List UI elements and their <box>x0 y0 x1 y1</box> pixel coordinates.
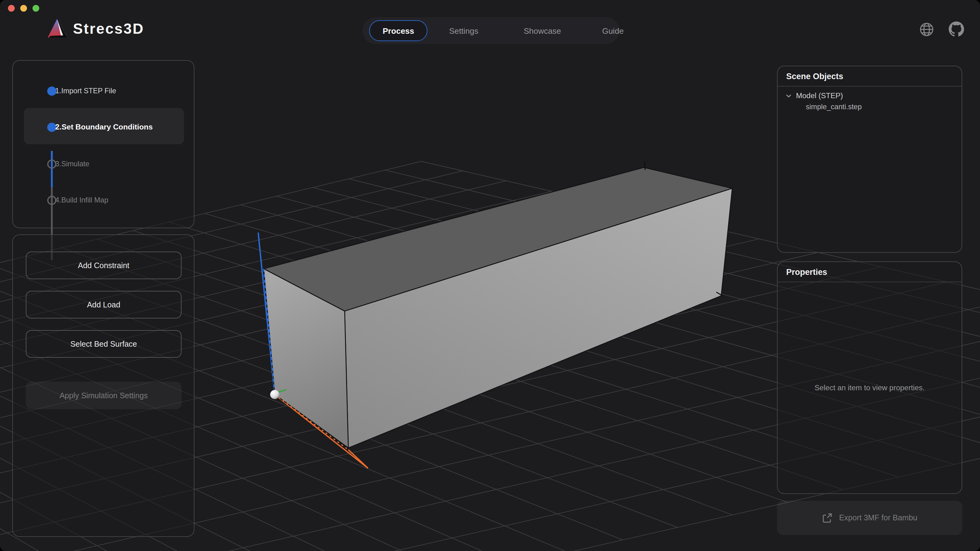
export-3mf-button[interactable]: Export 3MF for Bambu <box>777 501 962 535</box>
step-label: 1.Import STEP File <box>55 86 116 95</box>
tab-process[interactable]: Process <box>369 20 428 41</box>
strecs3d-logo-icon <box>47 18 69 39</box>
tab-guide[interactable]: Guide <box>592 20 634 41</box>
add-load-button[interactable]: Add Load <box>26 291 181 318</box>
properties-panel: Properties Select an item to view proper… <box>777 261 962 494</box>
tree-item-label: Model (STEP) <box>796 91 843 100</box>
tree-item-step-file[interactable]: simple_canti.step <box>778 100 962 111</box>
step-build-infill-map[interactable]: 4.Build Infill Map <box>13 191 194 209</box>
github-icon[interactable] <box>949 21 964 37</box>
tab-settings[interactable]: Settings <box>439 20 489 41</box>
close-button[interactable] <box>8 5 15 12</box>
minimize-button[interactable] <box>20 5 27 12</box>
edge-tick-top <box>644 161 645 170</box>
boundary-actions-panel: Add Constraint Add Load Select Bed Surfa… <box>12 234 194 537</box>
x-axis-tail <box>348 450 368 468</box>
select-bed-surface-button[interactable]: Select Bed Surface <box>26 330 181 358</box>
step-import[interactable]: 1.Import STEP File <box>13 81 194 100</box>
step-label: 2.Set Boundary Conditions <box>55 123 153 131</box>
model-box[interactable] <box>264 167 732 448</box>
properties-empty-message: Select an item to view properties. <box>815 384 924 392</box>
step-label: 3.Simulate <box>55 159 89 168</box>
main-nav: Process Settings Showcase Guide <box>363 17 619 44</box>
app-window-stage: Strecs3D Process Settings Showcase Guide <box>0 0 980 551</box>
workflow-steps-panel: 1.Import STEP File 2.Set Boundary Condit… <box>12 60 194 228</box>
topbar: Strecs3D Process Settings Showcase Guide <box>0 0 980 49</box>
zoom-button[interactable] <box>32 5 39 12</box>
scene-objects-title: Scene Objects <box>778 66 962 86</box>
export-label: Export 3MF for Bambu <box>839 514 917 522</box>
globe-icon[interactable] <box>919 22 934 37</box>
scene-objects-panel: Scene Objects Model (STEP) simple_canti.… <box>777 66 962 253</box>
origin-gizmo-sphere <box>270 390 279 399</box>
step-simulate[interactable]: 3.Simulate <box>13 154 194 173</box>
app-window: Strecs3D Process Settings Showcase Guide <box>0 0 980 551</box>
step-label: 4.Build Infill Map <box>55 196 108 204</box>
properties-title: Properties <box>778 262 962 282</box>
apply-simulation-settings-button[interactable]: Apply Simulation Settings <box>26 382 181 409</box>
brand-title: Strecs3D <box>73 20 144 37</box>
export-icon <box>822 512 833 523</box>
add-constraint-button[interactable]: Add Constraint <box>26 252 181 279</box>
tab-showcase[interactable]: Showcase <box>513 20 571 41</box>
chevron-down-icon[interactable] <box>786 94 792 98</box>
step-boundary-conditions[interactable]: 2.Set Boundary Conditions <box>13 118 194 136</box>
traffic-lights <box>8 5 39 12</box>
tree-item-model[interactable]: Model (STEP) <box>778 86 962 100</box>
